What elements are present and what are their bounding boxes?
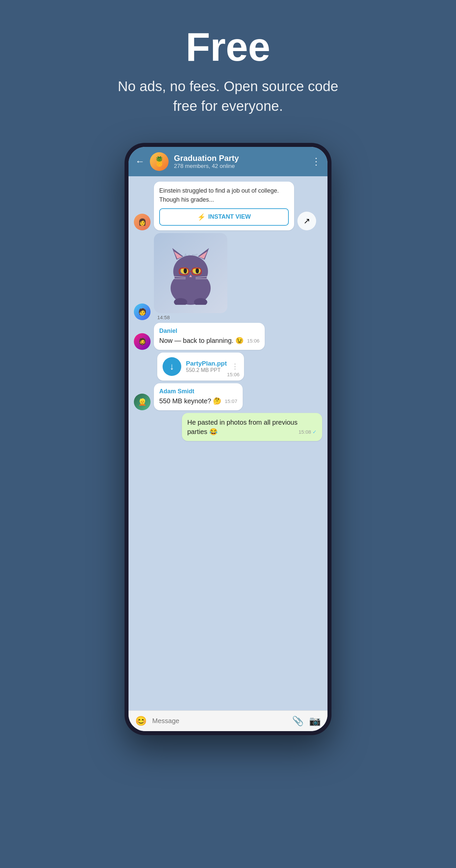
emoji-button[interactable]: 😊 (135, 715, 147, 726)
input-area: 😊 📎 📷 (128, 710, 328, 731)
my-message-bubble: He pasted in photos from all previous pa… (182, 413, 322, 441)
file-more-button[interactable]: ⋮ (231, 362, 239, 371)
back-button[interactable]: ← (135, 156, 145, 167)
message-bubble: Adam Smidt 550 MB keynote? 🤔 15:07 (154, 383, 243, 410)
share-button[interactable]: ↗ (298, 212, 316, 230)
message-row: 🧔 Daniel Now — back to planning. 😉 15:06 (134, 323, 322, 350)
svg-point-8 (184, 268, 187, 273)
message-row: 👩 Einstein struggled to find a job out o… (134, 182, 322, 230)
my-message-row: He pasted in photos from all previous pa… (134, 413, 322, 441)
message-time: 15:08 ✓ (298, 428, 317, 435)
message-text: Now — back to planning. 😉 15:06 (159, 336, 260, 345)
phone-wrapper: ← 🍍 Graduation Party 278 members, 42 onl… (124, 136, 332, 755)
cat-sticker-svg (164, 241, 217, 305)
hero-section: Free No ads, no fees. Open source code f… (98, 0, 358, 136)
group-name: Graduation Party (174, 154, 306, 163)
link-preview-body: Einstein struggled to find a job out of … (154, 182, 294, 230)
file-bubble: ↓ PartyPlan.ppt 550.2 MB PPT ⋮ 15:06 (157, 352, 244, 380)
phone-screen: ← 🍍 Graduation Party 278 members, 42 onl… (128, 147, 328, 731)
messages-area: 👩 Einstein struggled to find a job out o… (128, 176, 328, 710)
message-text: 550 MB keynote? 🤔 15:07 (159, 396, 237, 406)
bolt-icon: ⚡ (197, 213, 206, 221)
group-avatar-emoji: 🍍 (154, 156, 165, 167)
phone-frame: ← 🍍 Graduation Party 278 members, 42 onl… (124, 143, 332, 735)
instant-view-button[interactable]: ⚡ INSTANT VIEW (159, 208, 289, 226)
message-sender: Daniel (159, 328, 260, 335)
avatar: 🧔 (134, 333, 151, 350)
svg-point-9 (195, 268, 199, 273)
avatar: 👩 (134, 214, 151, 230)
message-sender: Adam Smidt (159, 388, 237, 395)
avatar: 🧑 (134, 304, 151, 320)
chat-info: Graduation Party 278 members, 42 online (174, 154, 306, 169)
attach-button[interactable]: 📎 (292, 715, 304, 726)
message-time: 15:07 (225, 398, 237, 405)
instant-view-label: INSTANT VIEW (208, 213, 251, 220)
download-icon[interactable]: ↓ (162, 357, 181, 376)
more-options-button[interactable]: ⋮ (311, 156, 321, 167)
hero-title: Free (111, 27, 345, 67)
link-preview-text: Einstein struggled to find a job out of … (159, 186, 289, 204)
group-avatar: 🍍 (150, 152, 169, 171)
group-meta: 278 members, 42 online (174, 163, 306, 169)
file-info: PartyPlan.ppt 550.2 MB PPT (186, 360, 227, 373)
avatar: 👱 (134, 394, 151, 410)
file-message-row: ↓ PartyPlan.ppt 550.2 MB PPT ⋮ 15:06 (134, 352, 322, 380)
message-time: 15:06 (247, 337, 260, 344)
sticker-row: 🧑 A = πr²V = l³P = 2πrA = πr²s = √(r²+h²… (134, 233, 322, 320)
sticker-content: A = πr²V = l³P = 2πrA = πr²s = √(r²+h²)A… (154, 233, 227, 320)
sticker-image: A = πr²V = l³P = 2πrA = πr²s = √(r²+h²)A… (154, 233, 227, 313)
file-name: PartyPlan.ppt (186, 360, 227, 367)
sticker-time: 14:58 (157, 314, 227, 320)
message-bubble: Daniel Now — back to planning. 😉 15:06 (154, 323, 265, 350)
file-size: 550.2 MB PPT (186, 367, 227, 373)
share-icon: ↗ (303, 216, 310, 226)
file-time: 15:06 (227, 372, 240, 377)
hero-subtitle: No ads, no fees. Open source code free f… (111, 77, 345, 116)
link-preview-bubble: Einstein struggled to find a job out of … (154, 182, 294, 230)
chat-header: ← 🍍 Graduation Party 278 members, 42 onl… (128, 147, 328, 176)
message-text: He pasted in photos from all previous pa… (187, 417, 317, 436)
message-input[interactable] (152, 717, 287, 725)
camera-button[interactable]: 📷 (309, 715, 321, 726)
message-row: 👱 Adam Smidt 550 MB keynote? 🤔 15:07 (134, 383, 322, 410)
